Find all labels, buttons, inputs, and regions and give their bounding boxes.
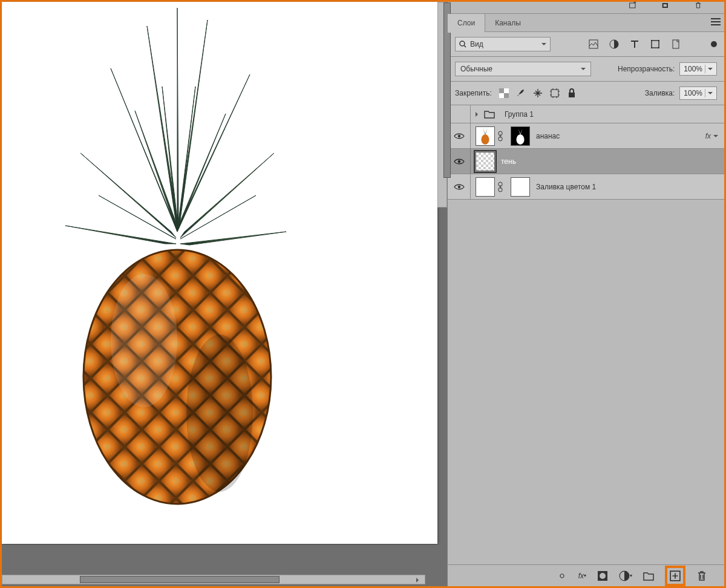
layer-style-icon[interactable]: fx▾ [578, 572, 586, 580]
svg-point-5 [111, 274, 177, 407]
layer-name: Группа 1 [505, 110, 534, 119]
svg-point-29 [457, 160, 460, 162]
link-layers-icon[interactable] [557, 570, 567, 581]
visibility-toggle[interactable] [448, 149, 471, 174]
chevron-down-icon [705, 89, 713, 97]
eye-icon [454, 132, 465, 140]
svg-rect-15 [658, 40, 659, 41]
fill-label: Заливка: [645, 89, 675, 97]
filter-adjustment-icon[interactable] [609, 39, 619, 49]
svg-point-30 [457, 185, 460, 188]
svg-rect-23 [569, 93, 575, 97]
svg-rect-17 [658, 47, 659, 48]
svg-point-25 [481, 134, 489, 145]
filter-shape-icon[interactable] [650, 39, 660, 49]
filter-pixel-icon[interactable] [589, 39, 598, 49]
chevron-down-icon [581, 65, 586, 73]
new-group-icon[interactable] [643, 570, 654, 581]
search-icon [459, 41, 466, 48]
svg-rect-18 [673, 40, 679, 48]
lock-all-icon[interactable] [567, 88, 577, 98]
layer-row-pineapple[interactable]: ананас fx [448, 123, 724, 149]
svg-point-28 [516, 134, 524, 145]
svg-rect-21 [504, 93, 509, 98]
layers-bottom-toolbar: fx▾ ▾ [448, 564, 724, 586]
svg-rect-9 [664, 4, 667, 7]
canvas-area[interactable] [2, 2, 447, 586]
svg-rect-22 [551, 90, 558, 97]
layers-panel: Слои Каналы Вид [447, 2, 724, 586]
svg-point-10 [460, 41, 465, 46]
lock-artboard-icon[interactable] [550, 88, 560, 98]
layer-filter-kind-label: Вид [470, 40, 483, 48]
delete-layer-icon[interactable] [696, 570, 707, 581]
adjustment-layer-icon[interactable]: ▾ [619, 570, 632, 581]
layer-thumbnail[interactable] [476, 177, 495, 197]
layer-effects-indicator[interactable]: fx [705, 132, 718, 140]
expand-group-icon[interactable] [476, 110, 480, 119]
layer-name: Заливка цветом 1 [536, 183, 596, 191]
opacity-label: Непрозрачность: [618, 65, 675, 73]
blend-mode-select[interactable]: Обычные [455, 62, 591, 76]
lock-paint-icon[interactable] [516, 88, 526, 98]
svg-rect-13 [652, 41, 659, 48]
tab-layers[interactable]: Слои [448, 14, 485, 32]
link-icon[interactable] [497, 181, 503, 192]
tab-channels[interactable]: Каналы [485, 14, 531, 32]
layers-list: Группа 1 ананас fx [448, 105, 724, 564]
filter-smart-icon[interactable] [671, 39, 681, 49]
svg-point-34 [600, 573, 606, 579]
lock-label: Закрепить: [455, 89, 492, 97]
layer-row-shadow[interactable]: тень [448, 149, 724, 174]
chevron-down-icon [541, 40, 546, 48]
chevron-down-icon [705, 65, 713, 73]
panel-icon-1[interactable] [627, 2, 638, 9]
visibility-toggle[interactable] [448, 105, 471, 123]
filter-type-icon[interactable] [630, 39, 639, 49]
new-layer-button[interactable] [665, 566, 685, 586]
eye-icon [454, 158, 465, 165]
blend-mode-value: Обычные [460, 65, 492, 73]
visibility-toggle[interactable] [448, 174, 471, 199]
svg-rect-16 [651, 47, 652, 48]
horizontal-scrollbar[interactable] [2, 575, 425, 584]
layer-row-fill[interactable]: Заливка цветом 1 [448, 174, 724, 200]
svg-rect-7 [630, 3, 635, 8]
svg-point-24 [457, 134, 460, 137]
layer-thumbnail[interactable] [476, 126, 495, 146]
layer-filter-kind[interactable]: Вид [455, 37, 551, 51]
svg-rect-14 [651, 40, 652, 41]
trash-icon[interactable] [693, 2, 704, 9]
panel-icon-2[interactable] [660, 2, 671, 9]
layer-mask-thumbnail[interactable] [511, 126, 530, 146]
link-icon[interactable] [497, 131, 503, 142]
scroll-right-arrow[interactable] [416, 576, 424, 583]
svg-rect-20 [499, 88, 504, 93]
folder-icon [484, 110, 495, 119]
visibility-toggle[interactable] [448, 123, 471, 148]
opacity-input[interactable]: 100% [679, 62, 717, 76]
horizontal-scrollbar-thumb[interactable] [80, 576, 280, 583]
svg-point-6 [186, 335, 253, 492]
vertical-scrollbar[interactable] [437, 2, 447, 207]
fill-value: 100% [684, 89, 702, 97]
lock-position-icon[interactable] [533, 88, 543, 98]
document-canvas[interactable] [2, 2, 437, 544]
lock-transparent-icon[interactable] [499, 88, 509, 98]
layer-mask-icon[interactable] [597, 570, 608, 581]
panel-top-icons [448, 2, 724, 14]
layer-name: тень [501, 157, 516, 166]
opacity-value: 100% [684, 65, 702, 73]
fill-input[interactable]: 100% [679, 87, 717, 100]
eye-icon [454, 183, 465, 191]
pineapple-image [56, 2, 295, 510]
layer-mask-thumbnail[interactable] [511, 177, 530, 197]
panel-menu-icon[interactable] [707, 18, 724, 27]
chevron-down-icon [713, 132, 718, 140]
filter-toggle-switch[interactable] [711, 41, 717, 47]
layer-group-row[interactable]: Группа 1 [448, 105, 724, 123]
layer-name: ананас [536, 132, 560, 140]
layer-thumbnail[interactable] [476, 152, 495, 171]
